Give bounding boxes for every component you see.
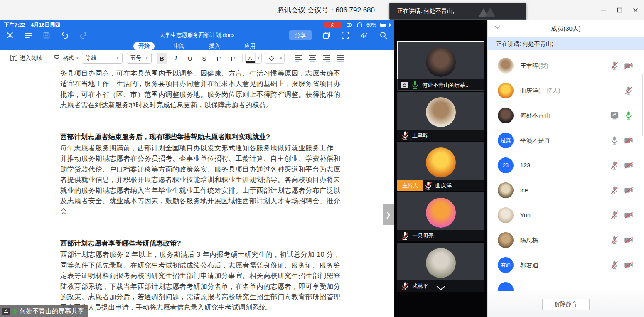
format-brush-icon xyxy=(54,55,60,61)
member-row[interactable]: ice xyxy=(488,178,644,203)
meeting-id-label: 腾讯会议 会议号：606 792 680 xyxy=(277,0,375,20)
doc-heading: 西部计划志愿者享受哪些考研优惠政策? xyxy=(60,238,340,248)
member-row[interactable]: Yuri xyxy=(488,203,644,228)
member-list: 王聿晖(我)曲庆洋(主持人)何处不青山是真平淡才是真23123iceYuri陈思… xyxy=(488,50,644,291)
video-tile[interactable]: 武林平 xyxy=(397,243,484,292)
participant-avatar xyxy=(426,147,456,177)
font-color-dropdown[interactable]: ▾ xyxy=(255,53,262,63)
camera-muted-icon xyxy=(624,136,633,145)
font-color-combo[interactable]: A ▾ xyxy=(245,53,262,64)
maximize-button[interactable] xyxy=(613,4,626,16)
camera-muted-icon xyxy=(624,260,633,270)
read-mode-label: 进入阅读 xyxy=(20,54,42,62)
align-left-icon[interactable] xyxy=(294,54,302,62)
participant-name: 一只贝壳 xyxy=(412,232,434,240)
highlight-button[interactable] xyxy=(265,53,278,63)
align-justify-icon[interactable] xyxy=(337,54,345,62)
member-row[interactable]: 曲庆洋(主持人) xyxy=(488,78,644,103)
minimize-button[interactable] xyxy=(597,4,610,16)
participant-avatar xyxy=(426,97,456,127)
search-icon[interactable] xyxy=(380,32,387,39)
member-row[interactable]: 王聿晖(我) xyxy=(488,53,644,78)
save-icon[interactable] xyxy=(43,32,50,39)
member-avatar xyxy=(498,108,514,123)
participant-name: 武林平 xyxy=(412,283,428,290)
mic-muted-icon xyxy=(610,186,619,195)
underline-button[interactable]: U xyxy=(185,53,196,64)
mic-on-icon xyxy=(410,81,420,90)
member-row[interactable]: 陈思栋 xyxy=(488,228,644,253)
member-list-scrollbar[interactable] xyxy=(642,74,643,136)
screen-share-banner-text: 何处不青山的屏幕共享 xyxy=(20,307,84,316)
highlight-combo[interactable]: ▾ xyxy=(265,53,285,64)
tab-insert[interactable]: 插入 xyxy=(204,42,225,50)
member-panel-title: 成员(30人) xyxy=(551,25,581,33)
tile-name-bar: 王聿晖 xyxy=(397,130,484,141)
close-button[interactable] xyxy=(629,4,642,16)
mic-muted-icon xyxy=(424,181,433,190)
pages-icon[interactable] xyxy=(323,32,330,39)
tile-name-bar: 一只贝壳 xyxy=(397,230,484,241)
tab-apps[interactable]: 应用 xyxy=(239,42,261,50)
doc-heading: 西部计划志愿者结束服务后，现有哪些举措帮助志愿者顺利实现就业? xyxy=(60,132,340,142)
redo-icon[interactable] xyxy=(80,32,87,39)
format-painter-button[interactable]: 格式 ▾ xyxy=(54,54,79,62)
member-name: 平淡才是真 xyxy=(520,137,551,145)
book-icon xyxy=(10,55,17,61)
doc-paragraph: 每年志愿者服务期满前，西部计划全国项目办以发文形式通知各服务地做好就业服务工作，… xyxy=(60,143,340,217)
video-tile[interactable]: 一只贝壳 xyxy=(397,192,484,241)
video-tile[interactable]: 主持人曲庆洋 xyxy=(397,142,484,191)
font-color-button[interactable]: A xyxy=(246,55,255,63)
screen-share-icon xyxy=(401,82,408,88)
screen-share-banner: 何处不青山的屏幕共享 xyxy=(0,305,88,317)
read-mode-button[interactable]: 进入阅读 xyxy=(10,54,42,62)
video-tile[interactable]: 何处不青山的屏幕... xyxy=(397,42,484,91)
superscript-button[interactable]: T2 xyxy=(213,53,224,64)
member-avatar xyxy=(498,232,514,248)
wps-share-button[interactable]: 分享 xyxy=(289,30,312,40)
pen-squiggle-icon[interactable] xyxy=(360,32,369,39)
close-document-icon[interactable] xyxy=(7,32,13,39)
member-row[interactable]: 君迪郭君迪 xyxy=(488,253,644,278)
member-name: 何处不青山 xyxy=(520,112,551,120)
selection-frame-icon[interactable] xyxy=(342,32,349,39)
tab-review[interactable]: 审阅 xyxy=(169,42,190,50)
strikethrough-button[interactable]: S xyxy=(199,53,210,64)
align-right-icon[interactable] xyxy=(322,54,331,62)
member-name: 郭君迪 xyxy=(520,261,538,269)
document-page[interactable]: 务县项目办同意，可在本县范围内予以调整。因健康、方言、生活习惯等原因，志愿者确不… xyxy=(0,66,394,317)
mic-muted-icon xyxy=(401,231,410,241)
wps-titlebar: 下午7:22 4月16日周四 60% 大学生志愿服务西部计划.docx xyxy=(0,20,394,50)
expand-panel-handle[interactable]: ❯ xyxy=(383,204,394,225)
mic-icon xyxy=(610,136,619,145)
font-size-value: 五号 xyxy=(130,54,142,62)
member-row[interactable]: 23123 xyxy=(488,153,644,178)
video-tile[interactable]: 王聿晖 xyxy=(397,92,484,141)
highlight-dropdown[interactable]: ▾ xyxy=(278,53,284,63)
unmute-button[interactable]: 解除静音 xyxy=(542,299,590,310)
align-center-icon[interactable] xyxy=(308,54,317,62)
collapse-strip-icon[interactable] xyxy=(436,286,445,290)
font-size-select[interactable]: 五号 ▾ xyxy=(127,53,152,64)
font-name-value: 等线 xyxy=(86,54,97,62)
member-row[interactable]: 是真平淡才是真 xyxy=(488,128,644,153)
bold-button[interactable]: B xyxy=(157,53,167,64)
italic-button[interactable]: I xyxy=(171,53,182,64)
device-time: 下午7:22 xyxy=(4,22,25,29)
undo-icon[interactable] xyxy=(61,32,69,39)
menu-icon[interactable] xyxy=(25,32,32,38)
collapse-panel-icon[interactable] xyxy=(494,25,500,29)
font-name-select[interactable]: 等线 ▾ xyxy=(82,53,123,64)
camera-muted-icon xyxy=(624,186,633,195)
document-title: 大学生志愿服务西部计划.docx xyxy=(160,32,235,39)
tab-home[interactable]: 开始 xyxy=(133,42,155,50)
member-row[interactable] xyxy=(488,278,644,291)
member-row[interactable]: 何处不青山 xyxy=(488,103,644,128)
subscript-button[interactable]: T2 xyxy=(227,53,238,64)
tile-name-bar: 何处不青山的屏幕... xyxy=(397,79,484,91)
member-name: 陈思栋 xyxy=(520,236,538,244)
member-avatar: 23 xyxy=(498,157,514,173)
camera-muted-icon xyxy=(624,211,633,220)
tencent-meeting-logo-icon xyxy=(475,6,499,18)
speaking-toast: 正在讲话: 何处不青山; xyxy=(389,3,526,20)
